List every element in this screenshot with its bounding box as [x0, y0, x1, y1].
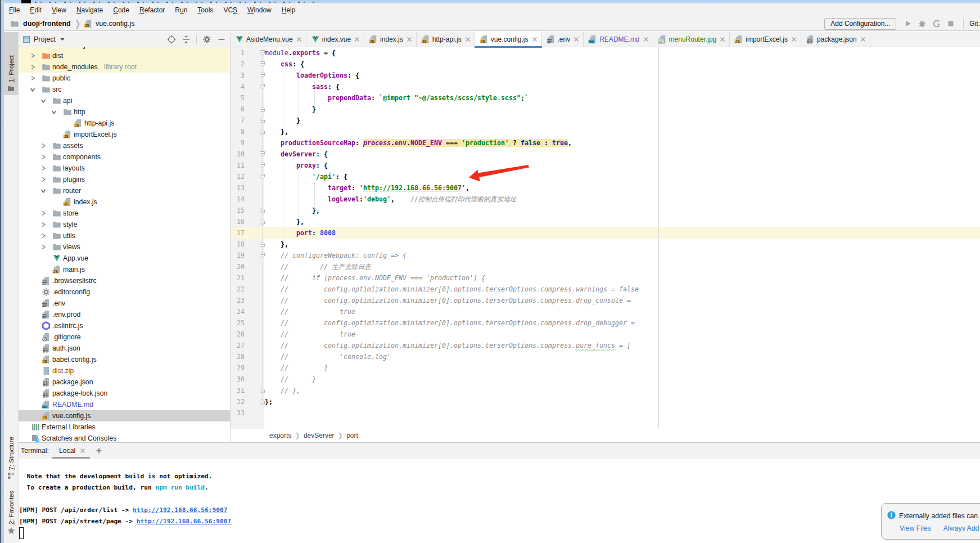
editor-tab-menuRouter.jpg[interactable]: menuRouter.jpg: [653, 32, 730, 47]
code-line-25[interactable]: // config.optimization.minimizer[0].opti…: [264, 317, 980, 329]
debug-button[interactable]: [918, 19, 927, 28]
code-line-23[interactable]: // config.optimization.minimizer[0].opti…: [264, 295, 980, 306]
tree-collapsed-chevron-icon[interactable]: [40, 232, 47, 239]
tree-collapsed-chevron-icon[interactable]: [40, 154, 47, 160]
profiler-button[interactable]: [932, 19, 941, 28]
code-line-8[interactable]: },: [264, 126, 980, 137]
code-line-6[interactable]: }: [264, 104, 980, 115]
editor-tab-http-api.js[interactable]: JShttp-api.js: [417, 32, 475, 47]
menu-navigate[interactable]: Navigate: [71, 5, 108, 16]
code-line-2[interactable]: css: {: [264, 59, 980, 70]
menu-edit[interactable]: Edit: [25, 5, 47, 16]
code-line-22[interactable]: // config.optimization.minimizer[0].opti…: [264, 284, 980, 295]
code-line-14[interactable]: logLevel:'debug', //控制台终端打印代理前的真实地址: [264, 194, 980, 205]
stripe-tab-structure[interactable]: 7: Structure: [4, 435, 18, 482]
locate-file-button[interactable]: [167, 35, 176, 44]
menu-code[interactable]: Code: [108, 5, 134, 16]
tree-item-babel.config.js[interactable]: JSbabel.config.js: [19, 354, 230, 365]
tree-item-ScratchesandConsoles[interactable]: Scratches and Consoles: [19, 433, 230, 442]
tree-item-.env.prod[interactable]: .env.prod: [19, 309, 230, 320]
git-branch-label[interactable]: Git:: [969, 20, 980, 28]
tab-close-icon[interactable]: [296, 37, 302, 42]
tree-item-assets[interactable]: assets: [19, 140, 230, 151]
code-line-13[interactable]: target: 'http://192.168.66.56:9007',: [264, 182, 980, 194]
tab-close-icon[interactable]: [720, 37, 725, 42]
tab-close-icon[interactable]: [860, 37, 866, 42]
tree-item-http-api.js[interactable]: JShttp-api.js: [19, 118, 230, 129]
tree-item-App.vue[interactable]: App.vue: [19, 253, 230, 264]
tree-collapsed-chevron-icon[interactable]: [29, 75, 36, 82]
menu-file[interactable]: File: [4, 5, 25, 16]
editor-tab-index.vue[interactable]: index.vue: [306, 32, 364, 47]
tree-expanded-chevron-icon[interactable]: [40, 97, 47, 104]
code-line-16[interactable]: },: [264, 216, 980, 227]
code-line-4[interactable]: sass: {: [264, 81, 980, 92]
tree-collapsed-chevron-icon[interactable]: [40, 244, 47, 250]
code-line-3[interactable]: loaderOptions: {: [264, 70, 980, 81]
code-line-5[interactable]: prependData: `@import "~@/assets/scss/st…: [264, 92, 980, 104]
menu-vcs[interactable]: VCS: [218, 5, 242, 16]
tab-close-icon[interactable]: [643, 37, 649, 42]
tree-item-package.json[interactable]: {}package.json: [19, 376, 230, 388]
code-line-10[interactable]: devServer: {: [264, 149, 980, 160]
tree-item-node_modules[interactable]: node_moduleslibrary root: [19, 61, 230, 73]
stripe-tab-project[interactable]: 1: Project: [4, 32, 18, 95]
code-line-31[interactable]: // },: [264, 385, 980, 396]
tab-close-icon[interactable]: [354, 37, 360, 42]
tree-item-style[interactable]: style: [19, 219, 230, 230]
tree-item-utils[interactable]: utils: [19, 230, 230, 241]
tree-item-api[interactable]: api: [19, 95, 230, 106]
code-line-11[interactable]: proxy: {: [264, 160, 980, 171]
code-line-28[interactable]: // 'console.log': [264, 351, 980, 362]
tab-close-icon[interactable]: [465, 37, 471, 42]
editor-breadcrumb-item[interactable]: devServer: [304, 432, 335, 439]
tree-item-package-lock.json[interactable]: {}package-lock.json: [19, 388, 230, 399]
tab-close-icon[interactable]: [791, 37, 797, 42]
code-line-29[interactable]: // ]: [264, 362, 980, 374]
code-line-26[interactable]: // true: [264, 329, 980, 340]
tree-expanded-chevron-icon[interactable]: [51, 109, 57, 115]
tree-item-.eslintrc.js[interactable]: .eslintrc.js: [19, 320, 230, 331]
tree-item-.gitignore[interactable]: .gitignore: [19, 331, 230, 343]
always-add-link[interactable]: Always Add: [943, 524, 979, 532]
breadcrumb-file[interactable]: vue.config.js: [96, 20, 134, 28]
editor-tab-vue.config.js[interactable]: JSvue.config.js: [475, 32, 542, 47]
tree-item-dist.zip[interactable]: dist.zip: [19, 365, 230, 376]
code-editor[interactable]: 1234567891011121314151617181920212223242…: [231, 47, 980, 429]
tree-item-auth.json[interactable]: {}auth.json: [19, 343, 230, 354]
editor-breadcrumb-item[interactable]: port: [346, 432, 358, 439]
tab-close-icon[interactable]: [407, 37, 412, 42]
code-line-7[interactable]: }: [264, 115, 980, 126]
tree-item-plugins[interactable]: plugins: [19, 174, 230, 185]
code-line-32[interactable]: };: [264, 396, 980, 407]
tree-collapsed-chevron-icon[interactable]: [40, 165, 47, 172]
tree-item-views[interactable]: views: [19, 241, 230, 253]
code-line-17[interactable]: port: 8008: [264, 227, 980, 239]
menu-view[interactable]: View: [47, 5, 71, 16]
tree-collapsed-chevron-icon[interactable]: [29, 52, 36, 59]
project-view-dropdown-icon[interactable]: [60, 37, 65, 42]
menu-help[interactable]: Help: [277, 5, 301, 16]
breadcrumb-project[interactable]: duoji-frontend: [23, 20, 71, 28]
tree-item-dist[interactable]: dist: [19, 50, 230, 61]
tree-item-components[interactable]: components: [19, 151, 230, 163]
tree-expanded-chevron-icon[interactable]: [40, 187, 47, 194]
menu-window[interactable]: Window: [242, 5, 277, 16]
terminal-tab-local[interactable]: Local: [52, 443, 90, 459]
hide-panel-button[interactable]: [217, 35, 226, 44]
tree-item-ExternalLibraries[interactable]: External Libraries: [19, 421, 230, 433]
tree-collapsed-chevron-icon[interactable]: [40, 210, 47, 217]
editor-breadcrumb-item[interactable]: exports: [269, 432, 291, 439]
code-line-15[interactable]: },: [264, 205, 980, 216]
tree-collapsed-chevron-icon[interactable]: [29, 64, 36, 70]
code-line-20[interactable]: // // 生产去除日志: [264, 261, 980, 272]
editor-tab-package.json[interactable]: {}package.json: [801, 32, 870, 47]
new-terminal-session-icon[interactable]: [96, 447, 102, 454]
tree-expanded-chevron-icon[interactable]: [29, 86, 36, 93]
editor-tab-AsideMenu.vue[interactable]: AsideMenu.vue: [231, 32, 306, 47]
tree-collapsed-chevron-icon[interactable]: [40, 142, 47, 149]
tree-item-README.md[interactable]: MDREADME.md: [19, 399, 230, 410]
terminal-output[interactable]: Note that the development build is not o…: [19, 459, 980, 543]
tree-item-layouts[interactable]: layouts: [19, 163, 230, 174]
tree-item-public[interactable]: public: [19, 73, 230, 84]
